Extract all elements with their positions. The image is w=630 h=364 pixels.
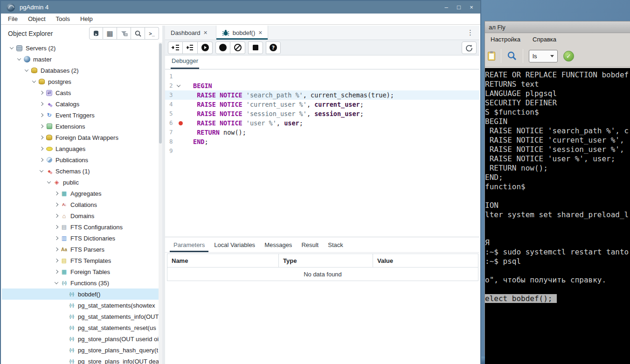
menu-object[interactable]: Object <box>28 15 46 22</box>
tree-item-casts[interactable]: ⇄Casts <box>2 87 159 98</box>
code-line-9[interactable]: 9 <box>165 146 479 156</box>
tree-scrollbar[interactable] <box>159 42 162 364</box>
editor-gutter[interactable]: 8 <box>165 137 193 146</box>
search-objects-icon[interactable] <box>131 27 145 40</box>
chevron-down-icon[interactable] <box>39 168 43 172</box>
fold-chevron-icon[interactable] <box>175 84 182 87</box>
tree-item-pg-store-plans-info-out-dea[interactable]: {≡}pg_store_plans_info(OUT dea <box>2 356 159 364</box>
chevron-down-icon[interactable] <box>17 56 21 60</box>
tree-item-foreign-tables[interactable]: ▦Foreign Tables <box>2 266 159 277</box>
chevron-right-icon[interactable] <box>39 147 43 151</box>
column-header-type[interactable]: Type <box>278 254 373 267</box>
tab-local-variables[interactable]: Local Variables <box>210 238 259 252</box>
tab-parameters[interactable]: Parameters <box>170 238 208 252</box>
editor-gutter[interactable]: 7 <box>165 128 193 137</box>
tree-item-master[interactable]: master <box>2 54 159 65</box>
tab-messages[interactable]: Messages <box>261 238 296 252</box>
column-header-name[interactable]: Name <box>167 254 278 267</box>
editor-gutter[interactable]: 9 <box>165 146 193 156</box>
continue-icon[interactable] <box>198 41 213 54</box>
tree-item-extensions[interactable]: Extensions <box>2 121 159 132</box>
chevron-right-icon[interactable] <box>39 124 43 128</box>
stop-icon[interactable] <box>248 41 263 54</box>
run-command-button[interactable]: ✓ <box>563 51 574 62</box>
tab-dashboard[interactable]: Dashboard × <box>165 26 213 40</box>
chevron-right-icon[interactable] <box>54 236 58 240</box>
tree-item-catalogs[interactable]: ◆Catalogs <box>2 98 159 110</box>
code-line-1[interactable]: 1 <box>165 72 479 81</box>
tree-item-fts-parsers[interactable]: AaFTS Parsers <box>2 244 159 255</box>
terminal-console[interactable]: REATE OR REPLACE FUNCTION bobdefRETURNS … <box>485 68 630 364</box>
chevron-right-icon[interactable] <box>39 91 43 95</box>
tree-item-pg-store-plans-out-userid-oi[interactable]: {≡}pg_store_plans(OUT userid oi <box>2 333 159 344</box>
step-into-icon[interactable] <box>168 41 183 54</box>
command-select[interactable]: ls <box>529 50 558 62</box>
chevron-right-icon[interactable] <box>39 113 43 117</box>
menu-help[interactable]: Help <box>80 15 93 22</box>
tree-item-bobdef[interactable]: {≡}bobdef() <box>2 288 159 300</box>
code-line-3[interactable]: 3 RAISE NOTICE 'search_path %', current_… <box>165 90 479 100</box>
tree-item-fts-dictionaries[interactable]: ▥FTS Dictionaries <box>2 233 159 244</box>
psql-tool-icon[interactable]: >_ <box>145 27 159 40</box>
tree-item-languages[interactable]: Languages <box>2 143 159 154</box>
menu-file[interactable]: File <box>8 15 18 22</box>
chevron-down-icon[interactable] <box>24 68 28 71</box>
close-button[interactable]: × <box>467 3 476 12</box>
tree-item-pg-store-plans-hash-query-t[interactable]: {≡}pg_store_plans_hash_query(t <box>2 344 159 356</box>
chevron-right-icon[interactable] <box>54 214 58 218</box>
menu-tools[interactable]: Tools <box>56 15 70 22</box>
editor-gutter[interactable]: 2 <box>165 81 193 90</box>
terminal-menu-help[interactable]: Справка <box>533 36 556 43</box>
tree-item-domains[interactable]: ⌂Domains <box>2 210 159 221</box>
tree-item-publications[interactable]: Publications <box>2 154 159 165</box>
debugger-code-editor[interactable]: 12BEGIN3 RAISE NOTICE 'search_path %', c… <box>165 69 479 212</box>
chevron-right-icon[interactable] <box>54 270 58 274</box>
chevron-right-icon[interactable] <box>54 225 58 229</box>
code-line-8[interactable]: 8END; <box>165 137 479 146</box>
code-line-7[interactable]: 7 RETURN now(); <box>165 128 479 137</box>
tree-item-fts-configurations[interactable]: ▤FTS Configurations <box>2 221 159 233</box>
chevron-right-icon[interactable] <box>39 158 43 162</box>
maximize-button[interactable]: □ <box>455 3 463 12</box>
minimize-button[interactable]: – <box>442 3 450 12</box>
tab-stack[interactable]: Stack <box>324 238 347 252</box>
editor-gutter[interactable]: 5 <box>165 109 193 118</box>
chevron-down-icon[interactable] <box>54 280 58 284</box>
tree-item-pg-stat-statements-showtex[interactable]: {≡}pg_stat_statements(showtex <box>2 300 159 311</box>
tree-item-collations[interactable]: A↓Collations <box>2 199 159 210</box>
tree-item-foreign-data-wrappers[interactable]: Foreign Data Wrappers <box>2 132 159 143</box>
tree-item-aggregates[interactable]: ▦Aggregates <box>2 188 159 199</box>
code-line-6[interactable]: 6 RAISE NOTICE 'user %', user; <box>165 118 479 128</box>
column-header-value[interactable]: Value <box>373 254 478 267</box>
clear-breakpoints-icon[interactable] <box>230 41 245 54</box>
code-line-5[interactable]: 5 RAISE NOTICE 'session_user %', session… <box>165 109 479 118</box>
chevron-right-icon[interactable] <box>54 192 58 195</box>
tree-item-pg-stat-statements-reset-us[interactable]: {≡}pg_stat_statements_reset(us <box>2 322 159 333</box>
tree-scrollbar-thumb[interactable] <box>159 43 162 144</box>
tree-item-schemas-1[interactable]: ◆Schemas (1) <box>2 165 159 177</box>
window-titlebar[interactable]: pgAdmin 4 – □ × <box>1 1 480 14</box>
view-data-icon[interactable]: ▦ <box>103 27 117 40</box>
tree-item-databases-2[interactable]: Databases (2) <box>2 65 159 76</box>
breakpoint-icon[interactable] <box>179 121 183 125</box>
chevron-right-icon[interactable] <box>54 247 58 251</box>
chevron-right-icon[interactable] <box>39 102 43 106</box>
tree-item-public[interactable]: ◈public <box>2 177 159 188</box>
chevron-right-icon[interactable] <box>54 259 58 262</box>
tree-item-fts-templates[interactable]: ▤FTS Templates <box>2 255 159 266</box>
chevron-right-icon[interactable] <box>39 136 43 139</box>
reset-layout-icon[interactable] <box>462 41 477 54</box>
tree-item-pg-stat-statements-info-out[interactable]: {≡}pg_stat_statements_info(OUT <box>2 311 159 322</box>
chevron-down-icon[interactable] <box>32 79 35 82</box>
tab-debugger[interactable]: Debugger <box>171 55 199 69</box>
close-tab-icon[interactable]: × <box>204 29 208 36</box>
code-line-2[interactable]: 2BEGIN <box>165 81 479 90</box>
code-line-4[interactable]: 4 RAISE NOTICE 'current_user %', current… <box>165 100 479 109</box>
step-over-icon[interactable] <box>183 41 198 54</box>
toggle-breakpoint-icon[interactable] <box>215 41 230 54</box>
terminal-titlebar[interactable]: ал Fly <box>485 21 630 33</box>
kebab-menu-icon[interactable]: ⋮ <box>461 26 479 40</box>
help-icon[interactable]: ? <box>266 41 281 54</box>
tree-item-functions-35[interactable]: {≡}Functions (35) <box>2 277 159 288</box>
tree-item-servers-2[interactable]: Servers (2) <box>2 42 159 54</box>
